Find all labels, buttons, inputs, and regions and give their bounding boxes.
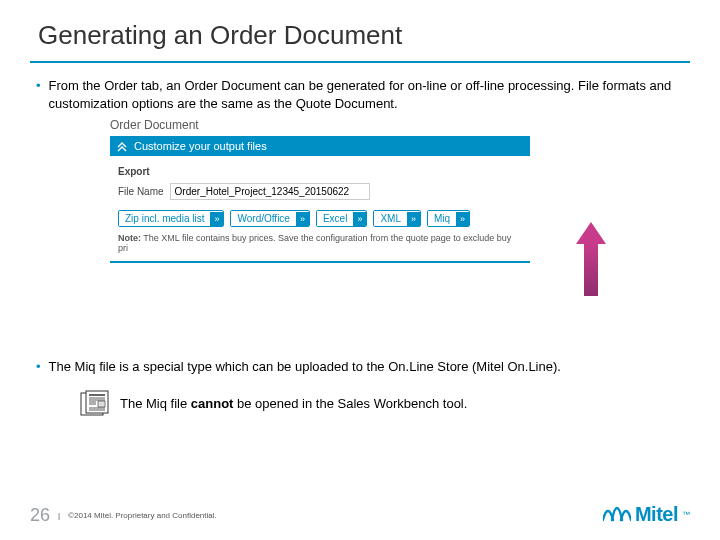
word-button[interactable]: Word/Office » — [230, 210, 309, 227]
customize-bar[interactable]: Customize your output files — [110, 136, 530, 156]
customize-bar-label: Customize your output files — [134, 140, 267, 152]
title-rule — [30, 61, 690, 63]
newspaper-icon — [80, 390, 110, 418]
footer-sep: | — [58, 511, 60, 520]
bullet-dot: • — [36, 77, 41, 112]
export-buttons-row: Zip incl. media list » Word/Office » Exc… — [118, 210, 522, 227]
chevron-right-icon: » — [456, 212, 469, 226]
bullet-2-text: The Miq file is a special type which can… — [49, 358, 690, 376]
export-note-label: Note: — [118, 233, 141, 243]
slide: Generating an Order Document • From the … — [0, 0, 720, 540]
word-button-label: Word/Office — [231, 211, 295, 226]
warning-note: The Miq file cannot be opened in the Sal… — [80, 390, 690, 418]
slide-footer: 26 | ©2014 Mitel. Proprietary and Confid… — [30, 502, 690, 526]
svg-rect-7 — [98, 401, 105, 407]
excel-button-label: Excel — [317, 211, 353, 226]
collapse-icon — [116, 140, 128, 152]
filename-row: File Name — [118, 183, 522, 200]
callout-arrow-icon — [576, 222, 606, 296]
chevron-right-icon: » — [296, 212, 309, 226]
mitel-logo: Mitel™ — [603, 502, 690, 526]
chevron-right-icon: » — [210, 212, 223, 226]
bullet-1: • From the Order tab, an Order Document … — [30, 77, 690, 112]
trademark-symbol: ™ — [682, 510, 690, 519]
miq-button-label: Miq — [428, 211, 456, 226]
chevron-right-icon: » — [353, 212, 366, 226]
lower-content: • The Miq file is a special type which c… — [30, 358, 690, 418]
zip-button[interactable]: Zip incl. media list » — [118, 210, 224, 227]
export-note-text: The XML file contains buy prices. Save t… — [118, 233, 511, 253]
warning-note-suffix: be opened in the Sales Workbench tool. — [233, 396, 467, 411]
bullet-1-text: From the Order tab, an Order Document ca… — [49, 77, 690, 112]
screenshot-panel-title: Order Document — [110, 118, 690, 132]
warning-note-text: The Miq file cannot be opened in the Sal… — [120, 396, 467, 411]
mitel-logo-icon — [603, 502, 631, 526]
export-panel: Export File Name Zip incl. media list » … — [110, 156, 530, 263]
filename-label: File Name — [118, 186, 164, 197]
xml-button[interactable]: XML » — [373, 210, 421, 227]
copyright-text: ©2014 Mitel. Proprietary and Confidentia… — [68, 511, 217, 520]
footer-left: 26 | ©2014 Mitel. Proprietary and Confid… — [30, 505, 217, 526]
miq-button[interactable]: Miq » — [427, 210, 470, 227]
bullet-2: • The Miq file is a special type which c… — [30, 358, 690, 376]
filename-input[interactable] — [170, 183, 370, 200]
warning-note-em: cannot — [191, 396, 234, 411]
warning-note-prefix: The Miq file — [120, 396, 191, 411]
zip-button-label: Zip incl. media list — [119, 211, 210, 226]
mitel-logo-text: Mitel — [635, 503, 678, 526]
xml-button-label: XML — [374, 211, 407, 226]
export-label: Export — [118, 166, 522, 177]
page-number: 26 — [30, 505, 50, 526]
bullet-dot: • — [36, 358, 41, 376]
page-title: Generating an Order Document — [38, 20, 690, 57]
export-note: Note: The XML file contains buy prices. … — [118, 233, 522, 253]
order-document-screenshot: Order Document Customize your output fil… — [110, 118, 690, 263]
chevron-right-icon: » — [407, 212, 420, 226]
excel-button[interactable]: Excel » — [316, 210, 367, 227]
